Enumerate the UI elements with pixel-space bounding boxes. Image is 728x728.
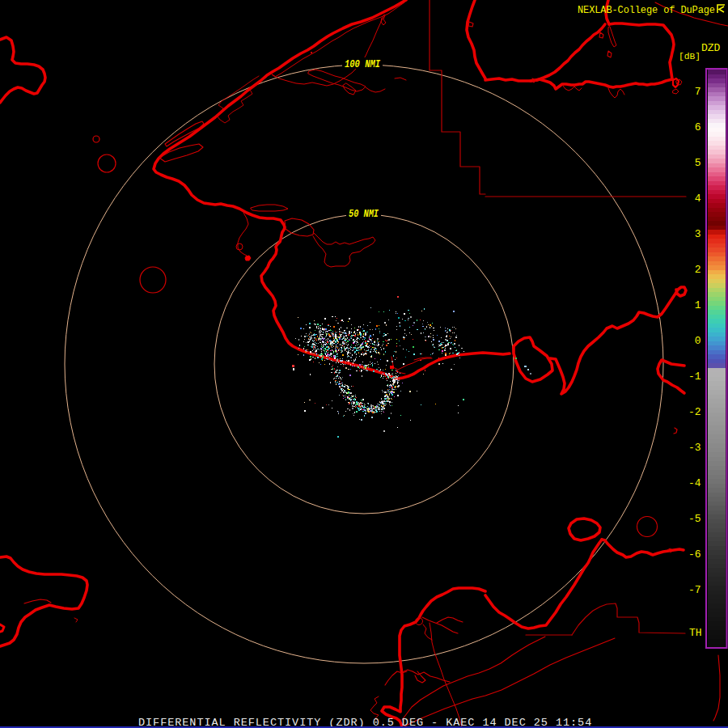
svg-text:-4: -4 (688, 477, 701, 489)
svg-text:3: 3 (695, 228, 701, 240)
svg-text:-6: -6 (688, 548, 701, 561)
svg-text:50 NMI: 50 NMI (349, 209, 379, 220)
svg-text:NEXLAB-College of DuPage: NEXLAB-College of DuPage (578, 5, 715, 16)
svg-text:-5: -5 (688, 513, 701, 525)
svg-text:-7: -7 (688, 584, 701, 596)
svg-text:1: 1 (695, 299, 701, 311)
svg-text:2: 2 (695, 264, 701, 276)
svg-text:DZD: DZD (701, 42, 721, 54)
svg-text:4: 4 (695, 193, 701, 205)
svg-text:5: 5 (695, 157, 701, 169)
svg-text:TH: TH (689, 627, 702, 639)
svg-text:0: 0 (695, 335, 701, 347)
svg-text:100 NMI: 100 NMI (345, 59, 381, 70)
svg-text:[dB]: [dB] (679, 52, 700, 61)
svg-text:-2: -2 (688, 406, 701, 418)
svg-text:-1: -1 (688, 370, 701, 383)
svg-text:-3: -3 (688, 442, 701, 454)
svg-text:DIFFERENTIAL REFLECTIVITY (ZDR: DIFFERENTIAL REFLECTIVITY (ZDR) 0.5 DEG … (138, 717, 592, 728)
svg-text:7: 7 (695, 86, 701, 98)
svg-text:6: 6 (695, 121, 701, 133)
